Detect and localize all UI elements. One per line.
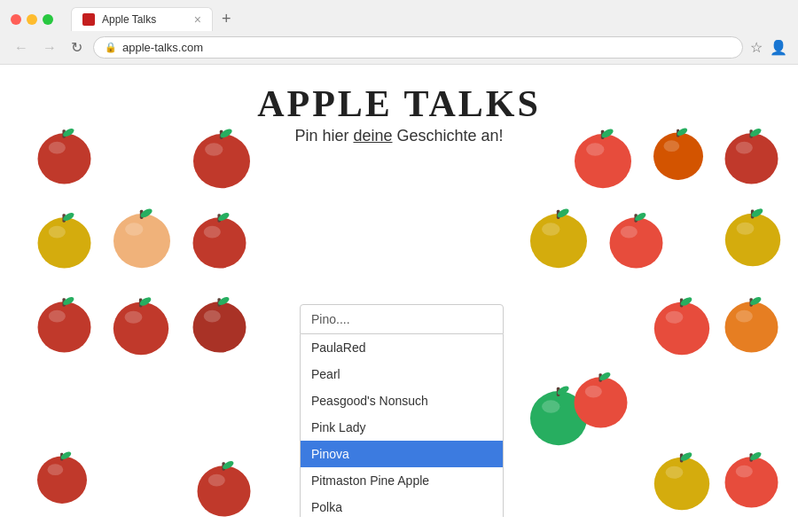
site-title: APPLE TALKS xyxy=(257,82,541,125)
svg-point-25 xyxy=(125,223,143,236)
bookmark-button[interactable]: ☆ xyxy=(750,39,763,56)
apple[interactable] xyxy=(31,446,93,508)
svg-point-64 xyxy=(725,301,778,352)
search-input[interactable] xyxy=(300,304,504,334)
svg-point-48 xyxy=(113,302,168,356)
svg-point-17 xyxy=(736,142,753,154)
svg-point-24 xyxy=(113,214,170,268)
svg-point-41 xyxy=(737,223,755,235)
svg-point-73 xyxy=(208,474,225,487)
dropdown-item[interactable]: Pitmaston Pine Apple xyxy=(301,467,503,494)
apple[interactable] xyxy=(567,122,638,193)
svg-point-32 xyxy=(530,214,587,268)
tab-title: Apple Talks xyxy=(102,13,156,26)
dropdown-item[interactable]: Pinova xyxy=(301,441,503,467)
address-bar[interactable]: 🔒 apple-talks.com xyxy=(93,36,743,59)
subtitle-suffix: Geschichte an! xyxy=(393,127,504,145)
subtitle-prefix: Pin hier xyxy=(294,127,353,145)
svg-point-60 xyxy=(654,302,709,356)
svg-point-68 xyxy=(37,456,87,503)
svg-point-20 xyxy=(38,217,91,268)
svg-point-52 xyxy=(193,301,246,352)
dropdown-container: PaulaRedPearlPeasgood's NonsuchPink Lady… xyxy=(300,304,504,517)
profile-button[interactable]: 👤 xyxy=(770,39,787,56)
dropdown-item[interactable]: Pearl xyxy=(301,361,503,387)
svg-point-12 xyxy=(653,132,703,179)
svg-point-5 xyxy=(205,143,223,156)
apple[interactable] xyxy=(186,207,253,273)
lock-icon: 🔒 xyxy=(105,42,117,53)
url-text: apple-talks.com xyxy=(122,41,203,54)
maximize-button[interactable] xyxy=(43,14,53,25)
apple[interactable] xyxy=(186,291,253,357)
dropdown-item[interactable]: Pink Lady xyxy=(301,414,503,441)
apple[interactable] xyxy=(567,366,634,433)
svg-point-0 xyxy=(38,133,91,184)
svg-point-9 xyxy=(586,143,604,156)
apple[interactable] xyxy=(647,291,716,360)
svg-point-77 xyxy=(585,386,602,398)
apple[interactable] xyxy=(191,455,257,517)
apple[interactable] xyxy=(718,291,785,357)
forward-button[interactable]: → xyxy=(39,38,60,58)
apple[interactable] xyxy=(31,291,98,357)
tab-bar: Apple Talks × + xyxy=(71,7,237,31)
svg-point-80 xyxy=(654,458,709,511)
apple[interactable] xyxy=(186,122,257,193)
svg-point-57 xyxy=(542,400,559,413)
apple[interactable] xyxy=(718,202,787,271)
apple[interactable] xyxy=(718,122,785,189)
svg-point-8 xyxy=(575,134,631,188)
active-tab[interactable]: Apple Talks × xyxy=(71,7,213,31)
svg-point-45 xyxy=(49,310,66,323)
dropdown-list: PaulaRedPearlPeasgood's NonsuchPink Lady… xyxy=(300,334,504,517)
svg-point-84 xyxy=(725,457,778,507)
svg-point-76 xyxy=(575,377,628,427)
dropdown-item[interactable]: Peasgood's Nonsuch xyxy=(301,387,503,414)
apple[interactable] xyxy=(31,207,98,273)
svg-point-33 xyxy=(542,223,559,236)
dropdown-item[interactable]: PaulaRed xyxy=(301,334,503,361)
svg-point-72 xyxy=(198,466,251,516)
minimize-button[interactable] xyxy=(27,14,37,25)
new-tab-button[interactable]: + xyxy=(216,8,237,30)
dropdown-item[interactable]: Polka xyxy=(301,494,503,517)
svg-point-4 xyxy=(193,134,250,188)
svg-point-40 xyxy=(725,214,780,267)
svg-point-65 xyxy=(736,310,753,323)
svg-point-85 xyxy=(736,466,753,478)
apple[interactable] xyxy=(106,291,176,360)
traffic-lights xyxy=(11,14,53,25)
svg-point-13 xyxy=(663,140,679,152)
apple[interactable] xyxy=(106,202,177,273)
svg-point-36 xyxy=(610,217,663,268)
close-button[interactable] xyxy=(11,14,21,25)
back-button[interactable]: ← xyxy=(11,38,32,58)
svg-point-44 xyxy=(38,301,91,352)
svg-point-61 xyxy=(666,311,684,324)
main-content: APPLE TALKS Pin hier deine Geschichte an… xyxy=(0,65,798,517)
apple[interactable] xyxy=(718,446,785,512)
tab-close-button[interactable]: × xyxy=(194,12,201,27)
apple[interactable] xyxy=(603,207,669,273)
svg-point-69 xyxy=(47,464,63,475)
svg-point-16 xyxy=(725,133,778,184)
apple[interactable] xyxy=(31,122,98,189)
svg-point-1 xyxy=(49,142,66,154)
refresh-button[interactable]: ↻ xyxy=(67,37,86,58)
apple[interactable] xyxy=(647,446,716,515)
title-bar: Apple Talks × + xyxy=(0,0,798,31)
site-header: APPLE TALKS Pin hier deine Geschichte an… xyxy=(257,82,541,145)
svg-point-28 xyxy=(193,217,246,268)
tab-favicon xyxy=(82,13,95,26)
apple[interactable] xyxy=(647,122,709,184)
svg-point-81 xyxy=(666,466,684,479)
svg-point-49 xyxy=(125,311,143,324)
svg-point-29 xyxy=(204,226,221,239)
svg-point-37 xyxy=(621,226,638,239)
browser-chrome: Apple Talks × + ← → ↻ 🔒 apple-talks.com … xyxy=(0,0,798,65)
svg-point-21 xyxy=(49,226,66,239)
nav-bar: ← → ↻ 🔒 apple-talks.com ☆ 👤 xyxy=(0,31,798,64)
subtitle-underline: deine xyxy=(353,127,392,145)
apple[interactable] xyxy=(523,202,594,273)
